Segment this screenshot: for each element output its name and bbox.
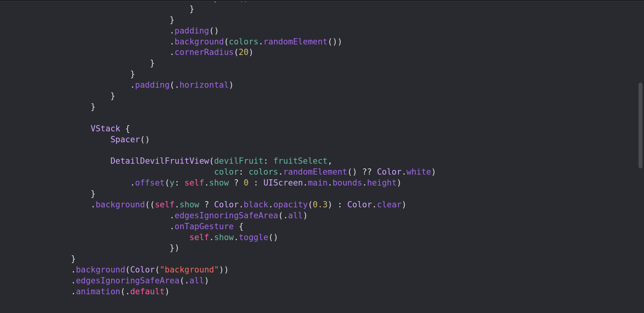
code-line[interactable]: .background(colors.randomElement()) [12, 37, 644, 48]
code-line[interactable]: DetailDevilFruitView(devilFruit: fruitSe… [12, 156, 644, 167]
code-token: Color [347, 200, 372, 209]
code-line[interactable]: } [12, 189, 644, 200]
code-line[interactable]: } [12, 58, 644, 69]
code-line[interactable]: self.show.toggle() [12, 232, 644, 243]
code-line[interactable] [12, 113, 644, 124]
code-line[interactable]: Spacer() [12, 134, 644, 145]
code-token: . [12, 80, 135, 90]
code-line[interactable]: } [12, 15, 644, 26]
code-token: clear [377, 200, 402, 209]
code-token: ( [308, 200, 313, 209]
code-token: all [189, 276, 204, 285]
code-token: 0.3 [313, 200, 327, 209]
code-token [12, 124, 91, 133]
code-token: ) [397, 178, 402, 187]
code-line[interactable]: }) [12, 243, 644, 254]
code-token: } [12, 4, 194, 14]
code-line[interactable]: .background(Color("background")) [12, 265, 644, 276]
code-token: } [12, 15, 174, 25]
code-token: ( [209, 156, 214, 166]
code-token: . [239, 200, 244, 209]
code-token: padding [174, 26, 209, 35]
code-token: ) [204, 276, 209, 285]
code-token: } [12, 189, 96, 198]
code-line[interactable]: color: colors.randomElement() ?? Color.w… [12, 167, 644, 178]
code-token: (. [120, 287, 130, 296]
code-token: ()) [327, 37, 342, 46]
code-token: edgesIgnoringSafeArea [174, 211, 278, 220]
code-token: ) [402, 200, 407, 209]
code-token: background [174, 37, 224, 46]
code-line[interactable]: .edgesIgnoringSafeArea(.all) [12, 276, 644, 286]
code-token: y [170, 178, 175, 187]
code-line[interactable]: .padding(.horizontal) [12, 80, 644, 91]
code-editor[interactable]: Spacer() } } .padding() .background(colo… [0, 0, 644, 297]
scrollbar-thumb[interactable] [639, 83, 642, 168]
code-token: devilFruit [214, 156, 263, 166]
code-token: () [268, 233, 278, 242]
code-token: . [12, 178, 135, 187]
code-token: ) : [327, 200, 347, 209]
code-line[interactable]: } [12, 4, 644, 15]
vertical-scrollbar[interactable] [638, 1, 643, 312]
code-token: black [244, 200, 268, 209]
code-line[interactable]: .cornerRadius(20) [12, 47, 644, 58]
code-token [12, 156, 110, 166]
code-token: . [303, 178, 308, 187]
code-token: show [214, 233, 234, 242]
code-token: background [96, 200, 145, 209]
code-token: { [234, 222, 244, 231]
code-token: 20 [239, 48, 249, 57]
code-token: show [180, 200, 199, 209]
code-token: . [209, 233, 214, 242]
code-token: bounds [333, 178, 362, 187]
code-token: . [327, 178, 333, 187]
code-token: { [120, 124, 130, 133]
code-token: 0 [244, 178, 249, 187]
code-token: ? [199, 200, 214, 209]
code-token: . [12, 48, 174, 57]
code-token: self [185, 178, 205, 187]
code-token: . [12, 265, 76, 274]
code-line[interactable]: VStack { [12, 124, 644, 134]
code-token: ( [224, 37, 229, 46]
code-token: () [209, 26, 219, 35]
code-token [12, 233, 189, 242]
code-line[interactable]: } [12, 102, 644, 113]
code-token: Spacer [110, 135, 140, 144]
code-token: DetailDevilFruitView [110, 156, 209, 166]
code-token [12, 167, 214, 177]
code-token: . [12, 276, 76, 285]
code-token: background [76, 265, 125, 274]
code-line[interactable]: .background((self.show ? Color.black.opa… [12, 200, 644, 210]
code-token: : [263, 156, 273, 166]
code-token: . [372, 200, 377, 209]
code-token: . [234, 233, 239, 242]
code-token: onTapGesture [174, 222, 234, 231]
code-token: ( [155, 265, 160, 274]
code-token: "background" [160, 265, 219, 274]
code-line[interactable]: } [12, 254, 644, 265]
code-token: ? [229, 178, 244, 187]
code-line[interactable]: .padding() [12, 26, 644, 37]
code-token: } [12, 102, 96, 111]
code-line[interactable]: } [12, 69, 644, 80]
code-line[interactable]: .edgesIgnoringSafeArea(.all) [12, 210, 644, 221]
code-token: . [269, 200, 274, 209]
code-line[interactable] [12, 145, 644, 156]
code-token: . [12, 222, 174, 231]
code-token: ) [431, 167, 436, 177]
code-token: . [174, 200, 180, 209]
code-line[interactable]: } [12, 91, 644, 102]
code-token: randomElement [263, 37, 327, 46]
code-token: : [249, 178, 263, 187]
code-token: . [12, 211, 174, 220]
code-line[interactable]: .offset(y: self.show ? 0 : UIScreen.main… [12, 178, 644, 189]
code-line[interactable]: .animation(.default) [12, 286, 644, 297]
code-token: fruitSelect [273, 156, 327, 166]
code-token: , [327, 156, 333, 166]
code-token: . [362, 178, 367, 187]
code-token: ) [165, 287, 170, 296]
code-line[interactable]: .onTapGesture { [12, 221, 644, 232]
code-token: all [288, 211, 303, 220]
